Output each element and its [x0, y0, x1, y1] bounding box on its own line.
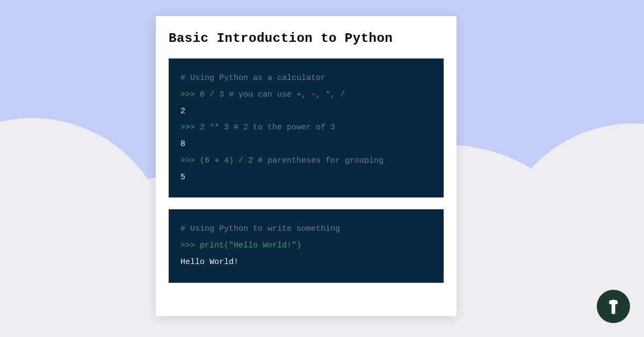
- page-title: Basic Introduction to Python: [169, 31, 444, 46]
- code-prompt: >>>: [180, 123, 200, 132]
- code-prompt: >>>: [180, 90, 200, 99]
- code-prompt: >>>: [180, 156, 200, 165]
- code-comment: # you can use +, -, *, /: [229, 90, 345, 99]
- brand-logo-icon: [604, 297, 623, 316]
- code-comment: # 2 to the power of 3: [234, 123, 335, 132]
- code-string: "Hello World!": [229, 241, 296, 250]
- code-output: Hello World!: [180, 258, 238, 267]
- code-output: 5: [180, 173, 185, 182]
- code-prompt: >>>: [180, 241, 200, 250]
- code-block-print: # Using Python to write something >>> pr…: [169, 209, 444, 282]
- code-expression: 2 ** 3: [200, 123, 234, 132]
- code-comment: # parentheses for grouping: [258, 156, 383, 165]
- code-output: 8: [180, 140, 185, 149]
- code-expression: ): [296, 241, 301, 250]
- document-page: Basic Introduction to Python # Using Pyt…: [156, 16, 457, 316]
- brand-badge: [597, 290, 630, 323]
- code-block-calculator: # Using Python as a calculator >>> 6 / 3…: [169, 58, 444, 197]
- code-output: 2: [180, 107, 185, 116]
- code-expression: print(: [200, 241, 229, 250]
- code-comment: # Using Python to write something: [180, 224, 340, 233]
- code-expression: (6 + 4) / 2: [200, 156, 258, 165]
- code-comment: # Using Python as a calculator: [180, 74, 325, 83]
- code-expression: 6 / 3: [200, 90, 229, 99]
